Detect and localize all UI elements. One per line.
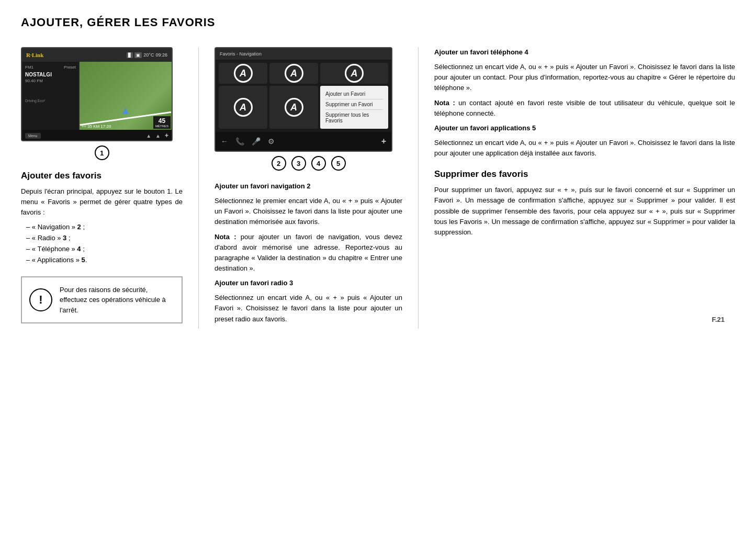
- circle-label-2: 2: [272, 156, 286, 171]
- fav-a-icon-5: A: [285, 98, 303, 117]
- fav-cell-1[interactable]: A: [219, 63, 267, 84]
- context-menu: Ajouter un Favori Supprimer un Favori Su…: [320, 86, 388, 129]
- plus-icon-screen2[interactable]: +: [381, 137, 386, 146]
- menu-item-add[interactable]: Ajouter un Favori: [325, 89, 383, 99]
- mic-icon[interactable]: 🎤: [252, 137, 261, 145]
- circle-label-4: 4: [311, 156, 326, 171]
- fav-a-icon-2: A: [285, 64, 303, 83]
- screen2-header-title: Favoris - Navigation: [220, 51, 262, 57]
- menu-button[interactable]: Menu: [25, 133, 41, 139]
- station-name: NOSTALGI: [25, 72, 76, 77]
- clock: 09:26: [155, 52, 167, 58]
- list-item-navigation: « Navigation » 2 ;: [26, 222, 183, 233]
- tel-fav-nota: Nota : un contact ajouté en favori reste…: [434, 98, 735, 119]
- plus-icon[interactable]: +: [165, 132, 168, 139]
- fav-cell-2[interactable]: A: [269, 63, 318, 84]
- list-item-applications: « Applications » 5.: [26, 255, 183, 266]
- tel-fav-heading: Ajouter un favori téléphone 4: [434, 47, 735, 58]
- list-item-radio: « Radio » 3 ;: [26, 233, 183, 244]
- fav-cell-5[interactable]: A: [269, 86, 318, 129]
- fav-a-icon-1: A: [234, 64, 253, 83]
- section-title-remove-favorites: Supprimer des favoris: [434, 169, 735, 180]
- remove-favorites-body: Pour supprimer un favori, appuyez sur « …: [434, 185, 735, 238]
- menu-item-delete[interactable]: Supprimer un Favori: [325, 99, 383, 110]
- station-freq: 90.40 FM: [25, 79, 76, 83]
- menu-item-delete-all[interactable]: Supprimer tous les Favoris: [325, 110, 383, 126]
- nav-fav-body: Sélectionnez le premier encart vide A, o…: [215, 196, 402, 227]
- preset-label: Preset: [64, 65, 76, 70]
- circle-label-5: 5: [331, 156, 346, 171]
- column-1: R·Link ▊ ▣ 20°C 09:26 FM1 Preset NOSTALG…: [21, 47, 199, 329]
- fav-cell-3[interactable]: A: [320, 63, 388, 84]
- tel-fav-body: Sélectionnez un encart vide A, ou « + » …: [434, 62, 735, 93]
- section-title-add-favorites: Ajouter des favoris: [21, 171, 183, 181]
- fav-a-icon-4: A: [234, 98, 253, 117]
- add-favorites-body1: Depuis l'écran principal, appuyez sur le…: [21, 186, 183, 218]
- circle-label-3: 3: [291, 156, 306, 171]
- back-icon[interactable]: ←: [221, 137, 228, 145]
- distance-box: 45 MÈTRES: [153, 116, 171, 129]
- page-title: AJOUTER, GÉRER LES FAVORIS: [21, 16, 735, 32]
- map-arrow: [122, 108, 129, 114]
- signal-icon: ▊: [127, 52, 133, 58]
- radio-fav-body: Sélectionnez un encart vide A, ou « + » …: [215, 293, 402, 324]
- screen-mockup-1: R·Link ▊ ▣ 20°C 09:26 FM1 Preset NOSTALG…: [21, 47, 173, 141]
- circle-label-container-1: 1: [21, 145, 183, 160]
- app-fav-heading: Ajouter un favori applications 5: [434, 123, 735, 133]
- fav-cell-4[interactable]: A: [219, 86, 267, 129]
- map-display: 45 MÈTRES ≈≈ 35 KM 17:20: [80, 62, 172, 130]
- distance-unit: MÈTRES: [155, 125, 168, 128]
- phone-icon[interactable]: 📞: [235, 137, 244, 145]
- rlink-logo: R·Link: [26, 52, 43, 58]
- fm-label: FM1: [25, 65, 33, 70]
- column-3: Ajouter un favori téléphone 4 Sélectionn…: [419, 47, 735, 329]
- favorites-types-list: « Navigation » 2 ; « Radio » 3 ; « Télép…: [26, 222, 183, 265]
- temperature: 20°C: [143, 52, 154, 58]
- list-item-telephone: « Téléphone » 4 ;: [26, 244, 183, 255]
- wifi-icon: ▣: [134, 52, 142, 58]
- distance-number: 45: [155, 117, 168, 125]
- nav-arrow-up-icon: ▲: [146, 133, 151, 139]
- nav-arrow-down-icon: ▲: [155, 133, 161, 139]
- sidebar-tab: [391, 84, 392, 115]
- route-time: ≈≈ 35 KM 17:20: [82, 124, 111, 129]
- app-fav-body: Sélectionnez un encart vide A, ou « + » …: [434, 138, 735, 159]
- nav-fav-nota: Nota : pour ajouter un favori de navigat…: [215, 232, 402, 274]
- fav-a-icon-3: A: [345, 64, 364, 83]
- fav-context-menu: Ajouter un Favori Supprimer un Favori Su…: [320, 86, 388, 129]
- radio-fav-heading: Ajouter un favori radio 3: [215, 278, 402, 288]
- warning-text: Pour des raisons de sécurité, effectuez …: [60, 285, 174, 316]
- circle-label-1: 1: [95, 145, 109, 160]
- nav-fav-heading: Ajouter un favori navigation 2: [215, 181, 402, 192]
- settings-icon[interactable]: ⚙: [268, 137, 275, 145]
- driving-eco: Driving Eco²: [25, 99, 76, 103]
- column-2: Favoris - Navigation A A A A A: [199, 47, 419, 329]
- warning-icon: !: [29, 288, 52, 311]
- circle-labels-row: 2 3 4 5: [215, 156, 402, 171]
- screen-mockup-2: Favoris - Navigation A A A A A: [215, 47, 392, 152]
- warning-box: ! Pour des raisons de sécurité, effectue…: [21, 276, 183, 324]
- page-number: F.21: [712, 316, 725, 323]
